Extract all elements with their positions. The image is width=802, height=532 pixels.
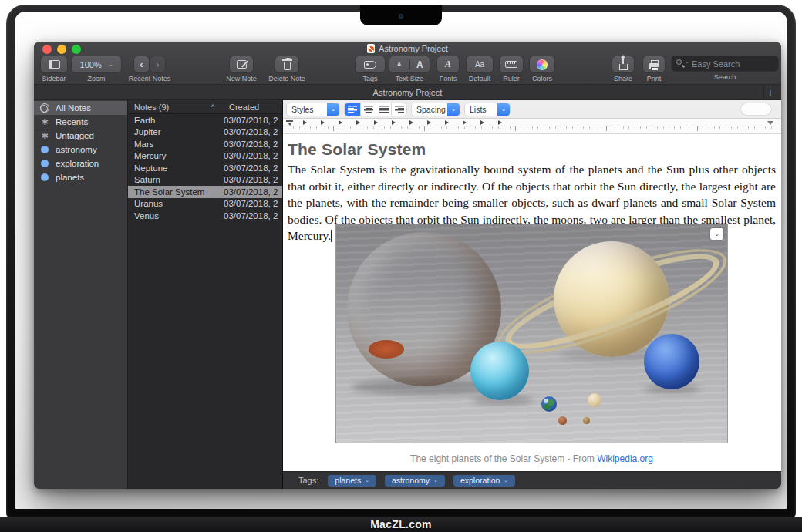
chevron-down-icon: ⌄: [497, 103, 510, 116]
window-title: Astronomy Project: [34, 44, 781, 53]
align-right-button[interactable]: [391, 103, 406, 116]
tag-pill[interactable]: exploration ⌄: [453, 475, 515, 487]
sidebar-button[interactable]: [41, 56, 67, 72]
aa-icon: Aa: [474, 60, 485, 69]
tab-stop-marker[interactable]: [463, 120, 480, 125]
sort-ascending-icon[interactable]: ^: [211, 103, 224, 111]
editor-column: Styles ⌄ Spacing ⌄: [283, 100, 781, 489]
colors-label: Colors: [532, 75, 552, 82]
toolbar-default: Aa Default: [463, 56, 497, 82]
back-button[interactable]: ‹: [134, 56, 149, 72]
chevron-down-icon: ⌄: [504, 477, 508, 483]
tab-stop-marker[interactable]: [480, 120, 498, 125]
sidebar-item[interactable]: All Notes: [34, 101, 127, 115]
note-row[interactable]: The Solar System 03/07/2018, 2: [128, 186, 282, 198]
tab-stop-marker[interactable]: [356, 120, 374, 125]
ruler-icon: [505, 61, 517, 68]
delete-note-button[interactable]: [275, 56, 298, 72]
note-row[interactable]: Saturn 03/07/2018, 2: [128, 174, 282, 187]
align-justify-button[interactable]: [376, 103, 391, 116]
tag-pill[interactable]: planets ⌄: [328, 475, 376, 487]
sidebar-item[interactable]: Untagged: [34, 129, 127, 143]
note-row[interactable]: Mercury 03/07/2018, 2: [128, 150, 282, 163]
note-editor[interactable]: The Solar System The Solar System is the…: [283, 134, 781, 471]
tag-pill-label: astronomy: [392, 476, 430, 485]
created-column-header[interactable]: Created: [224, 103, 282, 112]
chevron-down-icon: ⌄: [447, 103, 460, 116]
sidebar-item[interactable]: astronomy: [34, 143, 127, 157]
sidebar-item-label: exploration: [56, 159, 99, 168]
tags-button[interactable]: [356, 56, 385, 72]
note-heading: The Solar System: [288, 140, 772, 159]
default-style-button[interactable]: Aa: [467, 56, 493, 72]
note-created-date: 03/07/2018, 2: [224, 116, 282, 125]
tag-pill[interactable]: astronomy ⌄: [385, 475, 445, 487]
ruler-button[interactable]: [500, 56, 523, 72]
share-button[interactable]: [612, 56, 634, 72]
sidebar-item[interactable]: exploration: [34, 157, 127, 170]
notes-list-header: Notes (9) ^ Created: [128, 100, 282, 114]
note-created-date: 03/07/2018, 2: [224, 127, 282, 136]
tab-stop-marker[interactable]: [303, 120, 321, 125]
tab-stop-marker[interactable]: [427, 120, 445, 125]
print-button[interactable]: [643, 56, 665, 72]
add-tab-button[interactable]: +: [763, 85, 777, 100]
lists-dropdown[interactable]: Lists ⌄: [465, 103, 510, 116]
camera-notch: [360, 5, 442, 25]
note-row[interactable]: Neptune 03/07/2018, 2: [128, 162, 282, 174]
notes-count-header[interactable]: Notes (9): [134, 103, 211, 112]
tab-stop-marker[interactable]: [409, 120, 427, 125]
note-created-date: 03/07/2018, 2: [224, 175, 282, 184]
color-wheel-icon: [537, 59, 548, 70]
desktop: Astronomy Project Sidebar 100% ⌄ Zoom: [15, 12, 787, 509]
larger-text-button[interactable]: A: [409, 59, 430, 70]
text-size-buttons[interactable]: A A: [389, 56, 430, 72]
trash-icon: [284, 62, 291, 70]
toolbar-share: Share: [608, 56, 639, 82]
note-created-date: 03/07/2018, 2: [224, 140, 282, 149]
back-icon: ‹: [140, 59, 143, 70]
colors-button[interactable]: [530, 56, 554, 72]
text-size-label: Text Size: [396, 75, 424, 82]
new-note-button[interactable]: [230, 56, 253, 72]
search-field: ⌄: [672, 56, 778, 71]
smaller-text-button[interactable]: A: [389, 61, 409, 68]
styles-dropdown[interactable]: Styles ⌄: [287, 103, 339, 116]
sidebar-item[interactable]: Recents: [34, 115, 127, 129]
tab-stop-marker[interactable]: [392, 120, 409, 125]
image-options-button[interactable]: ⌄: [710, 228, 723, 240]
note-row[interactable]: Uranus 03/07/2018, 2: [128, 198, 282, 210]
search-input[interactable]: [672, 56, 778, 71]
tab-stop-marker[interactable]: [339, 120, 356, 125]
note-row[interactable]: Earth 03/07/2018, 2: [128, 114, 282, 126]
tab-astronomy-project[interactable]: Astronomy Project: [373, 88, 443, 97]
solar-system-image[interactable]: ⌄: [335, 224, 728, 443]
forward-button[interactable]: ›: [150, 56, 165, 72]
spacing-dropdown[interactable]: Spacing ⌄: [412, 103, 460, 116]
tab-stop-marker[interactable]: [374, 120, 392, 125]
zoom-button[interactable]: 100% ⌄: [72, 56, 121, 72]
main-area: All Notes Recents Untagged astronomy: [34, 100, 781, 489]
note-row[interactable]: Jupiter 03/07/2018, 2: [128, 126, 282, 139]
sidebar-item[interactable]: planets: [34, 170, 127, 184]
note-row[interactable]: Venus 03/07/2018, 2: [128, 210, 282, 222]
align-right-icon: [395, 106, 404, 113]
window-title-text: Astronomy Project: [379, 44, 448, 53]
note-row[interactable]: Mars 03/07/2018, 2: [128, 138, 282, 150]
align-left-button[interactable]: [345, 103, 360, 116]
ruler-label: Ruler: [503, 75, 520, 82]
spacing-dropdown-label: Spacing: [412, 105, 447, 114]
fonts-button[interactable]: A: [437, 56, 459, 72]
tab-stop-marker[interactable]: [498, 120, 516, 125]
align-center-button[interactable]: [360, 103, 376, 116]
tab-stop-marker[interactable]: [445, 120, 463, 125]
right-margin-marker[interactable]: [767, 121, 773, 125]
forward-icon: ›: [156, 59, 159, 70]
tab-stop-marker[interactable]: [321, 120, 339, 125]
wikipedia-link[interactable]: Wikipedia.org: [597, 453, 653, 464]
tag-pill-label: exploration: [460, 476, 500, 485]
sidebar-item-icon: [40, 103, 49, 113]
neptune: [644, 334, 699, 389]
default-label: Default: [469, 75, 491, 82]
align-left-icon: [348, 106, 357, 113]
